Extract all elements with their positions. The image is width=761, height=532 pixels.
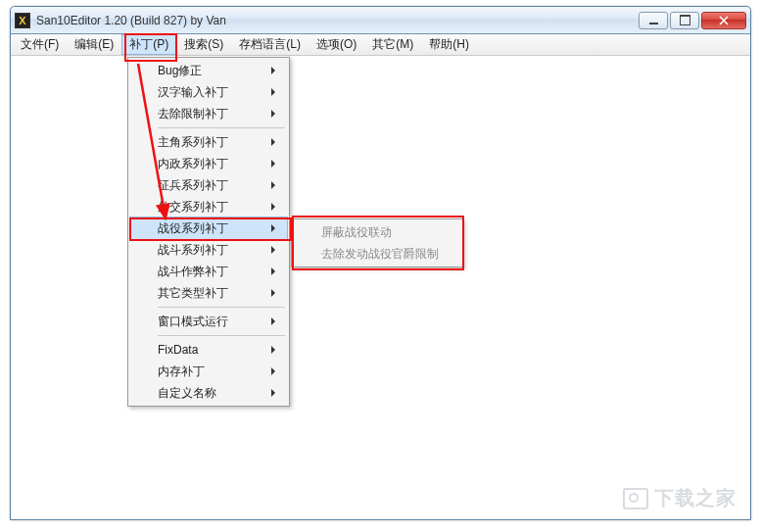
watermark-text: 下载之家 — [654, 485, 737, 511]
menu-item-label: 自定义名称 — [158, 385, 216, 402]
menu-item-label: 屏蔽战役联动 — [321, 224, 392, 241]
menu-separator — [158, 307, 285, 308]
menu-item-campaign[interactable]: 战役系列补丁 — [130, 218, 287, 239]
menu-item-battle[interactable]: 战斗系列补丁 — [130, 239, 287, 261]
menu-item-protagonist[interactable]: 主角系列补丁 — [130, 131, 287, 153]
menu-item-hanzi-input[interactable]: 汉字输入补丁 — [130, 81, 287, 103]
menu-item-bugfix[interactable]: Bug修正 — [130, 60, 287, 81]
menu-item-label: 战斗系列补丁 — [158, 242, 228, 259]
menu-item-label: 内政系列补丁 — [158, 156, 228, 172]
menu-item-label: 外交系列补丁 — [158, 199, 228, 216]
close-button[interactable] — [701, 12, 746, 29]
menu-item-label: FixData — [158, 343, 198, 357]
menubar: 文件(F) 编辑(E) 补丁(P) 搜索(S) 存档语言(L) 选项(O) 其它… — [11, 34, 750, 56]
menu-help[interactable]: 帮助(H) — [421, 34, 477, 55]
menu-item-battle-cheat[interactable]: 战斗作弊补丁 — [130, 261, 287, 282]
menu-item-label: 汉字输入补丁 — [158, 84, 228, 101]
menu-item-memory-patch[interactable]: 内存补丁 — [130, 361, 287, 382]
menu-item-fixdata[interactable]: FixData — [130, 339, 287, 361]
patch-dropdown: Bug修正 汉字输入补丁 去除限制补丁 主角系列补丁 内政系列补丁 征兵系列补丁… — [127, 57, 290, 407]
menu-item-label: 内存补丁 — [158, 363, 205, 380]
menu-item-label: 主角系列补丁 — [158, 134, 228, 151]
menu-patch[interactable]: 补丁(P) — [121, 34, 176, 55]
menu-item-label: 战斗作弊补丁 — [158, 264, 228, 280]
menu-item-label: 去除发动战役官爵限制 — [321, 246, 439, 263]
menu-item-label: Bug修正 — [158, 63, 202, 79]
client-area — [12, 58, 749, 518]
window-controls — [637, 12, 746, 29]
window-title: San10Editor 1.20 (Build 827) by Van — [36, 14, 637, 27]
menu-item-conscript[interactable]: 征兵系列补丁 — [130, 174, 287, 196]
menu-file[interactable]: 文件(F) — [13, 34, 67, 55]
app-window: X San10Editor 1.20 (Build 827) by Van 文件… — [10, 6, 751, 520]
maximize-button[interactable] — [670, 12, 699, 29]
menu-item-diplomacy[interactable]: 外交系列补丁 — [130, 196, 287, 218]
menu-item-remove-limit[interactable]: 去除限制补丁 — [130, 103, 287, 124]
menu-item-label: 战役系列补丁 — [158, 220, 228, 237]
menu-separator — [158, 335, 285, 336]
watermark-logo-icon — [623, 488, 648, 509]
menu-other[interactable]: 其它(M) — [364, 34, 421, 55]
close-icon — [719, 16, 729, 25]
menu-item-window-mode[interactable]: 窗口模式运行 — [130, 311, 287, 332]
minimize-button[interactable] — [639, 12, 668, 29]
submenu-item-remove-rank-limit[interactable]: 去除发动战役官爵限制 — [294, 243, 460, 265]
menu-item-domestic[interactable]: 内政系列补丁 — [130, 153, 287, 174]
menu-item-custom-name[interactable]: 自定义名称 — [130, 382, 287, 404]
menu-item-label: 去除限制补丁 — [158, 106, 228, 122]
watermark: 下载之家 — [623, 485, 737, 511]
menu-separator — [158, 127, 285, 128]
menu-save-language[interactable]: 存档语言(L) — [231, 34, 309, 55]
menu-item-other-type[interactable]: 其它类型补丁 — [130, 282, 287, 304]
menu-search[interactable]: 搜索(S) — [176, 34, 231, 55]
app-icon: X — [15, 13, 30, 28]
menu-item-label: 其它类型补丁 — [158, 285, 228, 302]
campaign-submenu: 屏蔽战役联动 去除发动战役官爵限制 — [291, 218, 463, 267]
menu-edit[interactable]: 编辑(E) — [67, 34, 121, 55]
menu-options[interactable]: 选项(O) — [309, 34, 364, 55]
submenu-item-disable-link[interactable]: 屏蔽战役联动 — [294, 221, 460, 243]
menu-item-label: 窗口模式运行 — [158, 314, 228, 330]
titlebar[interactable]: X San10Editor 1.20 (Build 827) by Van — [11, 7, 750, 34]
menu-item-label: 征兵系列补丁 — [158, 177, 228, 194]
